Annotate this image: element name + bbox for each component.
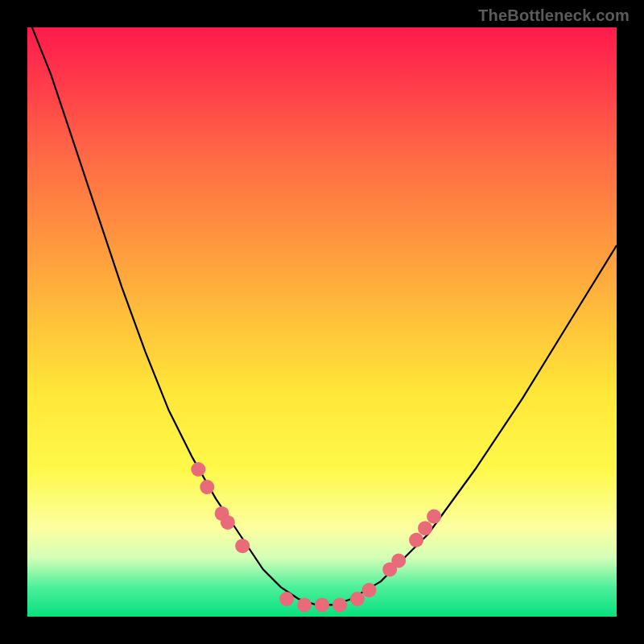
marker-dot [315,597,329,612]
markers-right-cluster [332,510,441,613]
watermark-text: TheBottleneck.com [478,6,630,25]
marker-dot [191,462,205,477]
markers-left-cluster [191,462,329,612]
chart-svg [27,27,617,617]
marker-dot [350,592,365,606]
marker-dot [391,554,406,568]
marker-dot [427,510,441,524]
marker-dot [279,592,294,606]
bottleneck-curve [27,15,617,605]
marker-dot [221,515,235,530]
marker-dot [362,583,377,597]
marker-dot [235,539,250,553]
marker-dot [332,597,347,612]
marker-dot [409,533,423,547]
marker-dot [200,480,214,494]
chart-stage: TheBottleneck.com [0,0,644,644]
marker-dot [418,521,432,535]
marker-dot [297,597,312,612]
